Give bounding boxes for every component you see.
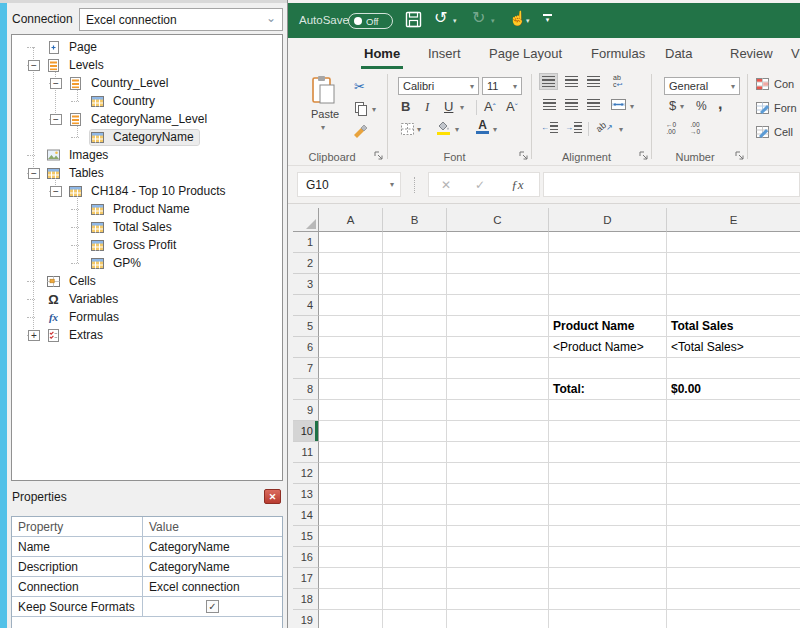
customize-quick-access-toolbar-button[interactable]: ▾ <box>543 14 552 23</box>
cell-b6[interactable] <box>383 337 447 358</box>
cell-b9[interactable] <box>383 400 447 421</box>
top-align-button[interactable] <box>540 74 557 89</box>
save-button[interactable] <box>405 11 422 32</box>
cell-e5[interactable]: Total Sales <box>667 316 800 337</box>
row-header-10[interactable]: 10 <box>293 421 319 442</box>
cell-e10[interactable] <box>667 421 800 442</box>
format-painter-button[interactable] <box>352 122 368 138</box>
row-header-5[interactable]: 5 <box>293 316 319 337</box>
cell-b12[interactable] <box>383 463 447 484</box>
cell-d6[interactable]: <Product Name> <box>549 337 667 358</box>
increase-decimal-button[interactable]: ←0.00 <box>666 122 676 135</box>
align-center-button[interactable] <box>565 99 578 110</box>
cell-e14[interactable] <box>667 505 800 526</box>
bottom-align-button[interactable] <box>587 76 600 87</box>
property-value[interactable]: CategoryName <box>143 537 282 556</box>
cell-b17[interactable] <box>383 568 447 589</box>
cell-c10[interactable] <box>447 421 549 442</box>
cell-e4[interactable] <box>667 295 800 316</box>
enter-icon[interactable]: ✓ <box>475 178 485 192</box>
cell-a4[interactable] <box>319 295 383 316</box>
cell-b13[interactable] <box>383 484 447 505</box>
row-header-1[interactable]: 1 <box>293 232 319 253</box>
wrap-text-button[interactable]: abc↩ <box>613 74 622 88</box>
cell-d15[interactable] <box>549 526 667 547</box>
cell-a19[interactable] <box>319 610 383 628</box>
tree-item-total-sales[interactable]: Total Sales <box>12 218 282 236</box>
cell-e1[interactable] <box>667 232 800 253</box>
cell-c11[interactable] <box>447 442 549 463</box>
percent-style-button[interactable]: % <box>696 99 707 113</box>
cell-a14[interactable] <box>319 505 383 526</box>
cell-d13[interactable] <box>549 484 667 505</box>
redo-dropdown-icon[interactable]: ▾ <box>491 17 495 25</box>
cell-c7[interactable] <box>447 358 549 379</box>
font-color-dropdown-icon[interactable]: ▾ <box>493 125 497 134</box>
row-header-6[interactable]: 6 <box>293 337 319 358</box>
select-all-corner[interactable] <box>293 208 319 232</box>
checkbox-checked-icon[interactable]: ✓ <box>206 600 219 613</box>
number-dialog-launcher[interactable] <box>735 151 745 161</box>
cell-c16[interactable] <box>447 547 549 568</box>
cell-c5[interactable] <box>447 316 549 337</box>
alignment-dialog-launcher[interactable] <box>639 151 649 161</box>
name-box[interactable]: G10 ▾ <box>297 172 401 197</box>
column-header-c[interactable]: C <box>447 208 549 232</box>
cell-c9[interactable] <box>447 400 549 421</box>
tab-view[interactable]: View <box>791 38 800 70</box>
cell-a15[interactable] <box>319 526 383 547</box>
cell-b11[interactable] <box>383 442 447 463</box>
cell-e6[interactable]: <Total Sales> <box>667 337 800 358</box>
tab-review[interactable]: Review <box>730 38 773 70</box>
cell-a5[interactable] <box>319 316 383 337</box>
tree-expander-collapse-icon[interactable]: − <box>50 78 62 89</box>
align-left-button[interactable] <box>543 99 556 110</box>
cell-e16[interactable] <box>667 547 800 568</box>
tree-item-product-name[interactable]: Product Name <box>12 200 282 218</box>
cell-b18[interactable] <box>383 589 447 610</box>
cell-e12[interactable] <box>667 463 800 484</box>
cell-b16[interactable] <box>383 547 447 568</box>
tab-page-layout[interactable]: Page Layout <box>489 38 562 70</box>
row-header-11[interactable]: 11 <box>293 442 319 463</box>
row-header-3[interactable]: 3 <box>293 274 319 295</box>
tree-item-tables[interactable]: −Tables <box>12 164 282 182</box>
cell-e11[interactable] <box>667 442 800 463</box>
undo-dropdown-icon[interactable]: ▾ <box>453 17 457 25</box>
cell-c14[interactable] <box>447 505 549 526</box>
cell-d9[interactable] <box>549 400 667 421</box>
cell-c19[interactable] <box>447 610 549 628</box>
column-header-e[interactable]: E <box>667 208 800 232</box>
row-header-17[interactable]: 17 <box>293 568 319 589</box>
fill-color-button[interactable] <box>435 120 451 135</box>
cell-d7[interactable] <box>549 358 667 379</box>
cell-a9[interactable] <box>319 400 383 421</box>
property-value[interactable]: CategoryName <box>143 557 282 576</box>
cell-b5[interactable] <box>383 316 447 337</box>
cell-a17[interactable] <box>319 568 383 589</box>
column-header-a[interactable]: A <box>319 208 383 232</box>
connection-dropdown[interactable]: Excel connection ⌄ <box>79 8 283 31</box>
merge-center-dropdown-icon[interactable]: ▾ <box>630 102 634 111</box>
align-right-button[interactable] <box>587 99 600 110</box>
row-header-13[interactable]: 13 <box>293 484 319 505</box>
cell-d19[interactable] <box>549 610 667 628</box>
cell-b8[interactable] <box>383 379 447 400</box>
font-dialog-launcher[interactable] <box>519 151 529 161</box>
property-value[interactable]: Excel connection <box>143 577 282 596</box>
row-header-19[interactable]: 19 <box>293 610 319 628</box>
underline-button[interactable]: U <box>444 99 453 114</box>
cell-e19[interactable] <box>667 610 800 628</box>
increase-font-size-button[interactable]: Aˆ <box>484 99 496 114</box>
merge-center-button[interactable] <box>611 99 626 110</box>
tree-item-ch184-top-10-products[interactable]: −CH184 - Top 10 Products <box>12 182 282 200</box>
decrease-indent-button[interactable]: ← <box>541 122 558 133</box>
cell-b10[interactable] <box>383 421 447 442</box>
touch-mode-button[interactable]: ☝ <box>509 10 526 26</box>
cell-b19[interactable] <box>383 610 447 628</box>
tree-item-images[interactable]: Images <box>12 146 282 164</box>
cell-b2[interactable] <box>383 253 447 274</box>
tree-item-country[interactable]: Country <box>12 92 282 110</box>
row-header-14[interactable]: 14 <box>293 505 319 526</box>
properties-close-button[interactable]: ✕ <box>264 489 281 504</box>
